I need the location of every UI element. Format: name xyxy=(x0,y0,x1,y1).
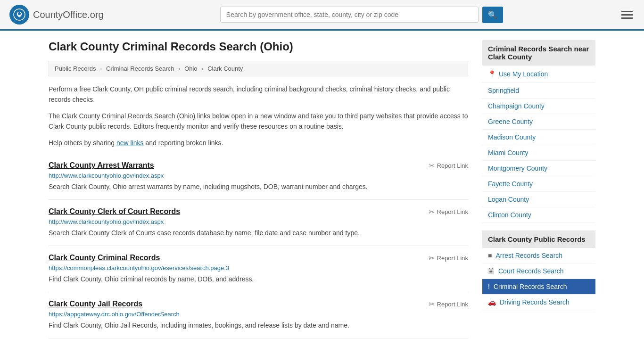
header: CountyOffice.org 🔍 xyxy=(0,0,644,31)
nearby-section-title: Criminal Records Search near Clark Count… xyxy=(482,40,595,66)
breadcrumb-clark-county: Clark County xyxy=(207,65,243,72)
result-header-1: Clark County Clerk of Court Records ✂ Re… xyxy=(49,207,468,216)
report-icon-0: ✂ xyxy=(429,161,435,170)
result-desc-3: Find Clark County, Ohio Jail Records, in… xyxy=(49,321,468,330)
breadcrumb-ohio[interactable]: Ohio xyxy=(184,65,197,72)
nearby-link-5[interactable]: Montgomery County xyxy=(482,161,595,176)
main-container: Clark County Criminal Records Search (Oh… xyxy=(39,31,605,348)
search-button[interactable]: 🔍 xyxy=(482,7,503,23)
report-icon-3: ✂ xyxy=(429,300,435,309)
result-item-2: Clark County Criminal Records ✂ Report L… xyxy=(49,246,468,292)
report-link-2[interactable]: ✂ Report Link xyxy=(429,254,468,263)
nearby-link-2[interactable]: Greene County xyxy=(482,114,595,130)
result-desc-2: Find Clark County, Ohio criminal records… xyxy=(49,274,468,284)
result-desc-0: Search Clark County, Ohio arrest warrant… xyxy=(49,182,468,192)
svg-point-1 xyxy=(18,12,21,15)
content-area: Clark County Criminal Records Search (Oh… xyxy=(49,40,468,338)
nearby-link-4[interactable]: Miami County xyxy=(482,145,595,161)
result-header-2: Clark County Criminal Records ✂ Report L… xyxy=(49,254,468,263)
public-records-links-container: ■Arrest Records Search🏛Court Records Sea… xyxy=(482,248,595,310)
breadcrumb-criminal-records[interactable]: Criminal Records Search xyxy=(106,65,174,72)
result-url-2[interactable]: https://commonpleas.clarkcountyohio.gov/… xyxy=(49,264,468,272)
report-link-1[interactable]: ✂ Report Link xyxy=(429,207,468,216)
result-item-3: Clark County Jail Records ✂ Report Link … xyxy=(49,292,468,338)
result-url-3[interactable]: https://appgateway.drc.ohio.gov/Offender… xyxy=(49,311,468,318)
nearby-link-1[interactable]: Champaign County xyxy=(482,99,595,114)
menu-button[interactable] xyxy=(619,9,635,21)
sidebar: Criminal Records Search near Clark Count… xyxy=(482,40,595,338)
logo-area: CountyOffice.org xyxy=(9,5,104,25)
result-item-0: Clark County Arrest Warrants ✂ Report Li… xyxy=(49,154,468,200)
public-records-link-1[interactable]: 🏛Court Records Search xyxy=(482,263,595,279)
menu-line-1 xyxy=(621,11,633,12)
public-records-icon-1: 🏛 xyxy=(488,267,495,275)
result-title-3[interactable]: Clark County Jail Records xyxy=(49,300,142,308)
report-link-3[interactable]: ✂ Report Link xyxy=(429,300,468,309)
result-title-0[interactable]: Clark County Arrest Warrants xyxy=(49,161,154,170)
report-link-0[interactable]: ✂ Report Link xyxy=(429,161,468,170)
public-records-section: Clark County Public Records ■Arrest Reco… xyxy=(482,230,595,310)
result-item-1: Clark County Clerk of Court Records ✂ Re… xyxy=(49,200,468,246)
breadcrumb: Public Records › Criminal Records Search… xyxy=(49,61,468,76)
result-header-3: Clark County Jail Records ✂ Report Link xyxy=(49,300,468,309)
nearby-link-3[interactable]: Madison County xyxy=(482,130,595,145)
page-title: Clark County Criminal Records Search (Oh… xyxy=(49,40,468,53)
results-container: Clark County Arrest Warrants ✂ Report Li… xyxy=(49,154,468,338)
result-desc-1: Search Clark County Clerk of Courts case… xyxy=(49,228,468,238)
nearby-links-container: SpringfieldChampaign CountyGreene County… xyxy=(482,83,595,223)
result-url-0[interactable]: http://www.clarkcountyohio.gov/index.asp… xyxy=(49,172,468,179)
nearby-link-7[interactable]: Logan County xyxy=(482,192,595,207)
public-records-link-2[interactable]: !Criminal Records Search xyxy=(482,279,595,295)
public-records-link-0[interactable]: ■Arrest Records Search xyxy=(482,248,595,263)
result-header-0: Clark County Arrest Warrants ✂ Report Li… xyxy=(49,161,468,170)
nearby-link-8[interactable]: Clinton County xyxy=(482,207,595,223)
use-location-link[interactable]: 📍 Use My Location xyxy=(482,66,595,83)
new-links-link[interactable]: new links xyxy=(116,139,144,147)
public-records-icon-0: ■ xyxy=(488,252,492,259)
menu-line-2 xyxy=(621,14,633,16)
description-3: Help others by sharing new links and rep… xyxy=(49,138,468,148)
search-area: 🔍 xyxy=(220,7,503,23)
logo-text: CountyOffice.org xyxy=(33,9,104,20)
public-records-link-3[interactable]: 🚗Driving Records Search xyxy=(482,295,595,310)
report-icon-1: ✂ xyxy=(429,207,435,216)
result-url-1[interactable]: http://www.clarkcountyohio.gov/index.asp… xyxy=(49,218,468,225)
public-records-icon-2: ! xyxy=(488,283,490,290)
nearby-section: Criminal Records Search near Clark Count… xyxy=(482,40,595,223)
report-icon-2: ✂ xyxy=(429,254,435,263)
menu-line-3 xyxy=(621,17,633,19)
search-input[interactable] xyxy=(220,7,479,23)
public-records-icon-3: 🚗 xyxy=(488,298,496,306)
nearby-link-6[interactable]: Fayette County xyxy=(482,176,595,192)
description-1: Perform a free Clark County, OH public c… xyxy=(49,84,468,105)
result-title-1[interactable]: Clark County Clerk of Court Records xyxy=(49,207,180,216)
breadcrumb-public-records[interactable]: Public Records xyxy=(55,65,96,72)
nearby-link-0[interactable]: Springfield xyxy=(482,83,595,99)
location-icon: 📍 xyxy=(488,70,496,78)
description-2: The Clark County Criminal Records Search… xyxy=(49,111,468,132)
result-title-2[interactable]: Clark County Criminal Records xyxy=(49,254,160,262)
public-records-title: Clark County Public Records xyxy=(482,230,595,248)
logo-icon xyxy=(9,5,29,25)
